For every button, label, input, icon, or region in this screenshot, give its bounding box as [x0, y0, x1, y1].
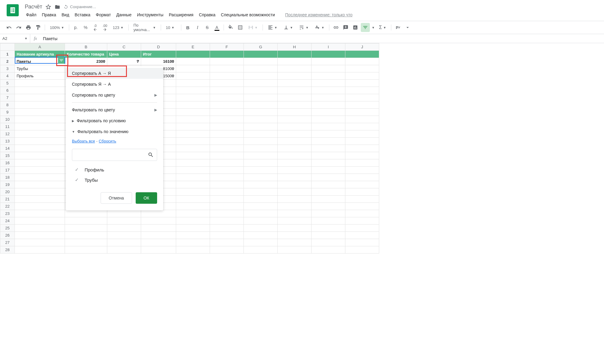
cell[interactable] [15, 246, 65, 254]
cell[interactable] [176, 65, 210, 72]
row-header[interactable]: 25 [0, 225, 15, 232]
cell[interactable] [210, 123, 244, 130]
cell[interactable] [176, 130, 210, 138]
cell[interactable] [345, 196, 379, 203]
row-header[interactable]: 26 [0, 232, 15, 239]
cell[interactable] [176, 239, 210, 246]
cell[interactable] [210, 203, 244, 210]
cell[interactable] [312, 72, 345, 80]
cell[interactable] [176, 94, 210, 101]
row-header[interactable]: 17 [0, 167, 15, 174]
cell[interactable] [210, 51, 244, 58]
cell[interactable] [345, 109, 379, 116]
row-header[interactable]: 6 [0, 87, 15, 94]
cell[interactable] [244, 152, 278, 159]
cell[interactable] [210, 145, 244, 152]
paint-format-icon[interactable] [34, 23, 42, 32]
cell[interactable] [345, 80, 379, 87]
cell[interactable] [141, 225, 176, 232]
cell[interactable] [15, 152, 65, 159]
currency-button[interactable]: р. [72, 23, 80, 32]
cell[interactable] [278, 51, 312, 58]
cell[interactable] [210, 181, 244, 188]
cell[interactable] [312, 101, 345, 109]
cell[interactable] [244, 210, 278, 217]
cell[interactable] [141, 239, 176, 246]
cell[interactable] [345, 72, 379, 80]
fill-color-icon[interactable] [226, 23, 235, 32]
row-header[interactable]: 24 [0, 217, 15, 225]
cell[interactable] [244, 145, 278, 152]
cell[interactable] [15, 239, 65, 246]
row-header[interactable]: 18 [0, 174, 15, 181]
cell[interactable] [15, 145, 65, 152]
cell[interactable] [312, 109, 345, 116]
cell[interactable] [176, 203, 210, 210]
column-header[interactable]: C [107, 43, 141, 51]
cell[interactable] [278, 87, 312, 94]
cell[interactable] [278, 232, 312, 239]
cell[interactable] [278, 94, 312, 101]
cell[interactable] [345, 217, 379, 225]
formula-input[interactable]: Пакеты [40, 36, 604, 41]
filter-search[interactable] [72, 149, 157, 161]
name-box[interactable]: A2▼ [0, 34, 30, 43]
sheets-logo-icon[interactable] [7, 4, 19, 16]
percent-button[interactable]: % [81, 23, 90, 32]
cell[interactable] [210, 87, 244, 94]
row-header[interactable]: 16 [0, 159, 15, 167]
row-header[interactable]: 12 [0, 130, 15, 138]
redo-icon[interactable] [15, 23, 23, 32]
menu-edit[interactable]: Правка [39, 11, 58, 18]
cell[interactable] [244, 109, 278, 116]
cell[interactable] [210, 210, 244, 217]
cell[interactable] [312, 232, 345, 239]
cell[interactable] [312, 130, 345, 138]
cell[interactable] [312, 116, 345, 123]
cell[interactable] [107, 239, 141, 246]
cell[interactable] [141, 217, 176, 225]
merge-cells-icon[interactable]: ▼ [246, 23, 260, 32]
cell[interactable] [244, 159, 278, 167]
cell[interactable] [244, 123, 278, 130]
cell[interactable] [210, 196, 244, 203]
cell[interactable] [312, 58, 345, 65]
cell[interactable] [312, 188, 345, 196]
cell[interactable] [176, 80, 210, 87]
cell[interactable] [210, 246, 244, 254]
cell[interactable] [244, 94, 278, 101]
menu-help[interactable]: Справка [196, 11, 218, 18]
cell[interactable] [107, 246, 141, 254]
cell[interactable] [278, 246, 312, 254]
cell[interactable]: Количество товара [65, 51, 107, 58]
cell[interactable]: Цена [107, 51, 141, 58]
cell[interactable] [15, 181, 65, 188]
cell[interactable] [345, 145, 379, 152]
filter-indicator-icon[interactable] [171, 67, 175, 71]
cell[interactable] [15, 130, 65, 138]
cell[interactable]: Итог [141, 51, 176, 58]
move-icon[interactable] [54, 4, 60, 10]
row-header[interactable]: 1 [0, 51, 15, 58]
cell[interactable]: 7 [107, 58, 141, 65]
cell[interactable] [210, 152, 244, 159]
cell[interactable] [15, 232, 65, 239]
cell[interactable] [15, 203, 65, 210]
star-icon[interactable] [45, 4, 51, 10]
cell[interactable] [176, 225, 210, 232]
cell[interactable] [345, 65, 379, 72]
search-icon[interactable] [148, 152, 154, 158]
cell[interactable] [244, 80, 278, 87]
cell[interactable] [176, 217, 210, 225]
filter-indicator-icon[interactable] [136, 59, 140, 64]
row-header[interactable]: 22 [0, 203, 15, 210]
row-header[interactable]: 7 [0, 94, 15, 101]
cell[interactable] [278, 217, 312, 225]
filter-by-value[interactable]: ▼Фильтровать по значению [66, 126, 163, 137]
cell[interactable] [312, 80, 345, 87]
cell[interactable] [65, 246, 107, 254]
cell[interactable] [244, 130, 278, 138]
cell[interactable] [210, 138, 244, 145]
cell[interactable] [312, 246, 345, 254]
filter-by-color[interactable]: Фильтровать по цвету▶ [66, 104, 163, 115]
